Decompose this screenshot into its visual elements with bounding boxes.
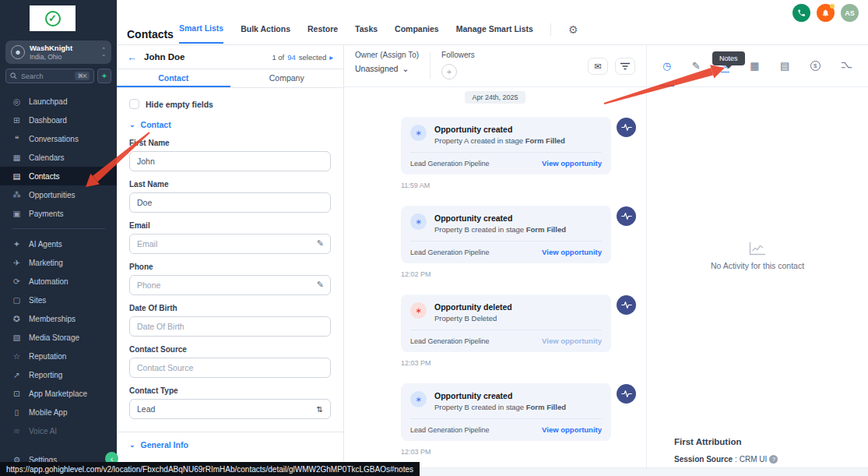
add-follower-button[interactable]: +: [441, 64, 457, 79]
tab-smart-lists[interactable]: Smart Lists: [179, 23, 223, 44]
sidebar-item-sites[interactable]: ▢Sites: [0, 291, 117, 309]
section-general-info-toggle[interactable]: ⌄ General Info: [129, 440, 331, 450]
browser-status-bar: https://app.gohighlevel.com/v2/location/…: [0, 462, 420, 476]
opportunity-card[interactable]: ∗ Opportunity created Property B created…: [401, 383, 611, 441]
contact-source-field[interactable]: [129, 358, 331, 378]
owner-section: Owner (Assign To) Unassigned ⌄: [355, 51, 419, 86]
sidebar-search-input[interactable]: Search ⌘K: [5, 69, 94, 83]
sidebar-item-media-storage[interactable]: ▧Media Storage: [0, 328, 117, 347]
activity-clock-icon[interactable]: ◷: [662, 60, 671, 72]
appointments-calendar-icon[interactable]: ▦: [750, 60, 759, 72]
chevrons-updown-icon: ⌃⌄: [101, 48, 106, 56]
phone-icon: [797, 9, 806, 17]
account-location: India, Ohio: [30, 53, 72, 61]
view-opportunity-link[interactable]: View opportunity: [542, 159, 602, 167]
view-opportunity-link[interactable]: View opportunity: [542, 248, 602, 256]
chart-icon: [749, 242, 766, 256]
pencil-icon[interactable]: ✎: [317, 280, 324, 290]
activity-avatar: [617, 206, 636, 226]
sidebar-item-launchpad[interactable]: ◎Launchpad: [0, 92, 117, 111]
tab-tasks[interactable]: Tasks: [355, 24, 378, 43]
sidebar-item-app-marketplace[interactable]: ⊡App Marketplace: [0, 384, 117, 403]
sidebar-item-conversations[interactable]: ❝Conversations: [0, 129, 117, 148]
event-desc-stage: Form Filled: [525, 136, 565, 145]
last-name-field[interactable]: [129, 192, 331, 213]
tab-companies[interactable]: Companies: [395, 24, 439, 43]
event-timestamp: 12:03 PM: [401, 359, 646, 367]
sidebar-item-label: Payments: [29, 210, 63, 218]
top-tabs: Smart Lists Bulk Actions Restore Tasks C…: [179, 23, 578, 44]
section-contact-toggle[interactable]: ⌄ Contact: [129, 120, 331, 129]
help-question-icon[interactable]: ?: [769, 455, 778, 464]
documents-icon[interactable]: ▤: [780, 60, 789, 72]
compose-icon[interactable]: ✎: [692, 60, 701, 72]
opportunity-card[interactable]: ∗ Opportunity created Property B created…: [401, 206, 611, 263]
tab-contact[interactable]: Contact: [117, 69, 230, 87]
tab-company[interactable]: Company: [230, 69, 344, 87]
sidebar-item-label: Conversations: [29, 135, 79, 143]
tab-bulk-actions[interactable]: Bulk Actions: [241, 24, 290, 43]
search-placeholder: Search: [21, 72, 71, 80]
email-button[interactable]: ✉: [588, 58, 608, 75]
sidebar-item-opportunities[interactable]: ⁂Opportunities: [0, 185, 117, 204]
back-arrow-icon[interactable]: ←: [127, 51, 137, 63]
ai-agents-icon: ✦: [12, 239, 22, 249]
hide-empty-fields-checkbox[interactable]: [129, 99, 139, 109]
opportunity-created-icon: ∗: [410, 213, 427, 230]
activity-avatar: [617, 295, 636, 315]
associations-icon[interactable]: ⌥: [841, 60, 852, 72]
active-tab-indicator: [660, 85, 674, 86]
launchpad-icon: ◎: [12, 97, 22, 106]
tab-restore[interactable]: Restore: [307, 24, 338, 43]
sidebar-item-voice-ai[interactable]: ≋Voice AI: [0, 421, 117, 440]
owner-dropdown[interactable]: Unassigned ⌄: [355, 64, 419, 73]
sidebar-item-automation[interactable]: ⟳Automation: [0, 272, 117, 291]
mobile-app-icon: ▯: [12, 407, 22, 417]
dob-field[interactable]: [129, 316, 331, 337]
payments-icon: ▣: [12, 209, 22, 218]
tabs-separator: [550, 23, 551, 36]
sidebar-item-dashboard[interactable]: ⊞Dashboard: [0, 111, 117, 129]
contact-type-select[interactable]: Lead ⇅: [129, 399, 331, 419]
notifications-button[interactable]: [817, 4, 835, 22]
media-storage-icon: ▧: [12, 333, 22, 342]
view-opportunity-link[interactable]: View opportunity: [542, 337, 602, 345]
contact-source-label: Contact Source: [129, 345, 331, 354]
sidebar-item-reporting[interactable]: ↗Reporting: [0, 365, 117, 384]
first-name-label: First Name: [129, 139, 331, 147]
phone-field[interactable]: [129, 275, 331, 295]
opportunity-card[interactable]: ∗ Opportunity deleted Property B Deleted…: [401, 294, 611, 352]
payments-dollar-icon[interactable]: $: [810, 61, 821, 71]
user-avatar[interactable]: AS: [841, 4, 859, 22]
phone-button[interactable]: [792, 4, 810, 22]
sidebar-item-label: Contacts: [29, 172, 59, 181]
filter-button[interactable]: [615, 58, 635, 75]
sites-icon: ▢: [12, 295, 22, 305]
event-desc-text: Property B Deleted: [434, 314, 497, 323]
app-marketplace-icon: ⊡: [12, 389, 22, 398]
sidebar-item-reputation[interactable]: ☆Reputation: [0, 347, 117, 365]
email-field[interactable]: [129, 234, 331, 254]
search-icon: [10, 72, 17, 79]
sidebar-item-label: Opportunities: [29, 191, 75, 199]
tab-manage-smart-lists[interactable]: Manage Smart Lists: [456, 24, 533, 43]
account-switcher[interactable]: ☻ WashKnight India, Ohio ⌃⌄: [5, 41, 111, 64]
ai-sparkle-button[interactable]: ✦: [97, 69, 111, 83]
sidebar-item-ai-agents[interactable]: ✦AI Agents: [0, 234, 117, 253]
bottom-strip: [344, 467, 868, 476]
next-contact-icon[interactable]: ▸: [329, 53, 333, 62]
pager-prefix: 1 of: [272, 53, 284, 62]
sidebar-item-memberships[interactable]: ✪Memberships: [0, 309, 117, 328]
gear-icon[interactable]: ⚙: [568, 23, 578, 36]
pencil-icon[interactable]: ✎: [317, 238, 324, 249]
sidebar-item-calendars[interactable]: ▦Calendars: [0, 148, 117, 167]
sidebar-item-marketing[interactable]: ✈Marketing: [0, 253, 117, 272]
first-name-field[interactable]: [129, 151, 331, 171]
view-opportunity-link[interactable]: View opportunity: [542, 425, 602, 434]
sidebar-item-payments[interactable]: ▣Payments: [0, 204, 117, 223]
sidebar-item-mobile-app[interactable]: ▯Mobile App: [0, 403, 117, 421]
pulse-icon: [621, 123, 632, 132]
opportunity-card[interactable]: ∗ Opportunity created Property A created…: [401, 117, 611, 175]
sidebar-item-contacts[interactable]: ▤Contacts: [0, 167, 117, 185]
chevron-down-icon: ⌄: [129, 441, 135, 449]
